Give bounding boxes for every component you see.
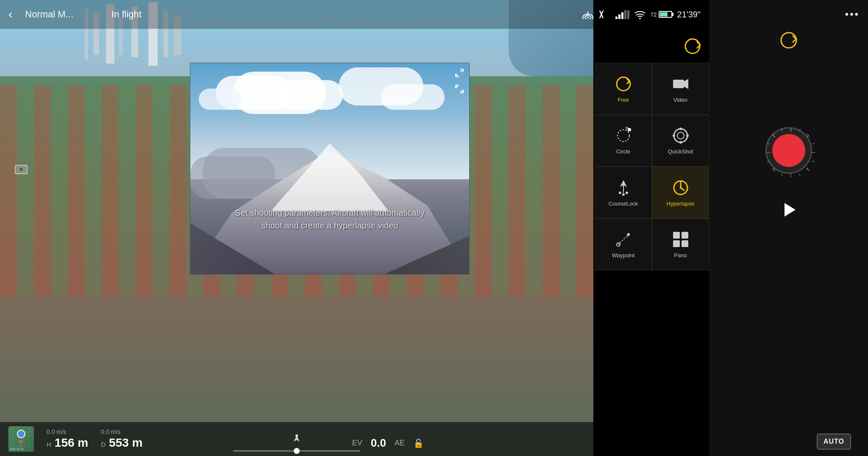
mode-free[interactable]: Free (595, 63, 652, 115)
speed-small: 0.0 m/s (47, 428, 88, 435)
free-mode-top-indicator (682, 36, 703, 58)
mode-pano[interactable]: Pano (652, 219, 709, 271)
signal-bars-icon (615, 10, 629, 19)
speed2-small: 0.0 m/s (101, 428, 142, 435)
svg-point-78 (685, 39, 700, 53)
expand-arrows-icon[interactable] (455, 68, 464, 78)
svg-rect-13 (673, 80, 684, 88)
record-outer-ring (765, 127, 812, 174)
quickshot-label: QuickShot (668, 148, 693, 155)
auto-button[interactable]: AUTO (817, 434, 851, 450)
svg-point-53 (639, 18, 641, 19)
distance-stat-group: 0.0 m/s D 553 m (101, 428, 142, 450)
svg-line-64 (782, 129, 782, 131)
play-icon (785, 203, 796, 217)
mode-hyperlapse[interactable]: Hyperlapse (652, 167, 709, 219)
svg-line-75 (767, 143, 770, 144)
svg-point-16 (628, 128, 631, 131)
ev-label: EV (352, 439, 362, 448)
svg-point-23 (673, 134, 675, 137)
svg-line-2 (460, 69, 463, 72)
camera-lens-icon (18, 167, 24, 172)
svg-point-18 (674, 129, 687, 142)
ev-value[interactable]: 0.0 (371, 437, 386, 450)
free-mode-icon (614, 75, 633, 93)
map-pin-icon: 📍 (17, 439, 25, 448)
courselock-mode-icon (614, 178, 633, 197)
gimbal-indicator-icon (290, 434, 303, 447)
shrink-icon[interactable] (455, 84, 464, 95)
lock-icon[interactable]: 🔓 (413, 438, 424, 448)
altitude-value: 156 m (55, 436, 88, 450)
speed-stat-group: 0.0 m/s H 156 m (47, 428, 88, 450)
connection-icon (599, 10, 610, 19)
altitude-label: H (47, 441, 51, 448)
flight-mode-label: Normal M... (25, 9, 73, 20)
record-button-area (765, 127, 812, 174)
circle-mode-icon (614, 126, 633, 145)
distance-value: 553 m (109, 436, 142, 450)
video-overlay-text: Set shooting parameters. Aircraft will a… (190, 206, 469, 232)
time-display: 21'39" (677, 10, 701, 19)
distance-label: D (101, 441, 106, 448)
pano-mode-icon (671, 230, 690, 249)
tick-marks-svg (765, 126, 817, 179)
mode-video[interactable]: Video (652, 63, 709, 115)
svg-point-28 (626, 192, 628, 194)
svg-point-20 (679, 128, 682, 130)
pano-label: Pano (674, 252, 687, 259)
svg-point-32 (680, 187, 682, 189)
gimbal-slider-area (233, 434, 360, 452)
svg-rect-49 (618, 14, 620, 19)
wifi-icon (634, 10, 645, 19)
free-mode-panel-icon (778, 30, 799, 51)
svg-line-71 (799, 174, 800, 176)
svg-line-68 (812, 143, 815, 144)
map-thumbnail[interactable]: 📍 tinh te.vn (8, 426, 34, 452)
svg-rect-52 (627, 10, 629, 19)
three-dots-menu[interactable]: ••• (845, 8, 860, 20)
preview-expand-controls (455, 68, 464, 78)
svg-line-74 (767, 161, 770, 162)
svg-point-36 (627, 233, 630, 236)
svg-point-15 (618, 130, 629, 142)
svg-line-72 (782, 174, 782, 176)
waypoint-label: Waypoint (612, 252, 635, 259)
svg-point-43 (587, 17, 589, 18)
video-preview-window: Set shooting parameters. Aircraft will a… (190, 63, 470, 275)
mode-courselock[interactable]: CourseLock (595, 167, 652, 219)
svg-rect-39 (673, 240, 680, 247)
free-mode-top-icon (682, 36, 703, 56)
bottom-status-bar: 📍 tinh te.vn 0.0 m/s H 156 m 0.0 m/s D 5… (0, 422, 593, 456)
hyperlapse-mode-icon (671, 178, 690, 197)
ev-ae-controls: EV 0.0 AE 🔓 (352, 437, 424, 450)
svg-line-33 (618, 234, 629, 245)
svg-point-19 (677, 132, 684, 139)
svg-line-66 (799, 129, 800, 131)
gimbal-slider-thumb[interactable] (294, 448, 300, 454)
svg-point-27 (622, 193, 625, 196)
camera-view-icon[interactable] (11, 161, 32, 178)
header-bar: ‹ Normal M... In flight (0, 0, 709, 29)
ae-label: AE (395, 439, 405, 448)
mode-waypoint[interactable]: Waypoint (595, 219, 652, 271)
svg-rect-48 (615, 17, 618, 19)
quickshot-mode-icon (671, 126, 690, 145)
shooting-modes-panel: Free Video Circle (595, 63, 709, 270)
courselock-label: CourseLock (609, 200, 638, 207)
back-button[interactable]: ‹ (8, 8, 12, 21)
header-status-icons: 72 21'39" (582, 10, 701, 19)
mode-circle[interactable]: Circle (595, 115, 652, 167)
svg-point-77 (295, 434, 298, 437)
gimbal-slider-track[interactable] (233, 450, 360, 452)
svg-line-69 (812, 161, 815, 162)
svg-line-9 (460, 90, 463, 93)
mode-quickshot[interactable]: QuickShot (652, 115, 709, 167)
svg-rect-37 (673, 232, 680, 239)
video-mode-icon (671, 75, 690, 93)
battery-percent: 72 (651, 11, 657, 18)
play-button-area[interactable] (778, 199, 799, 220)
svg-line-6 (456, 85, 459, 88)
video-label: Video (673, 97, 687, 103)
svg-marker-14 (684, 79, 688, 89)
